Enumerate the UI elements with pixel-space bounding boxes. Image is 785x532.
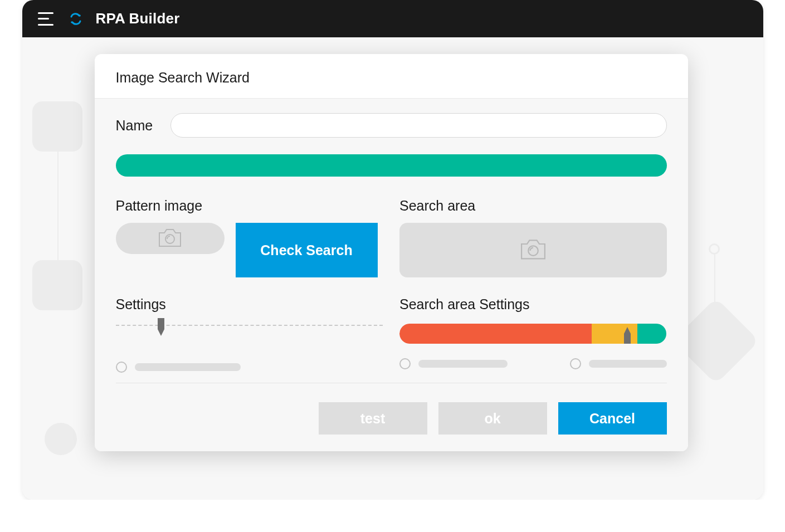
workflow-connector <box>57 152 58 260</box>
svg-point-0 <box>79 14 81 17</box>
settings-option <box>116 362 241 373</box>
workflow-node <box>32 101 82 152</box>
app-logo-icon <box>68 11 84 27</box>
name-label: Name <box>116 118 153 134</box>
dialog-title: Image Search Wizard <box>116 70 667 86</box>
search-area-settings-label: Search area Settings <box>399 296 667 313</box>
image-search-wizard-dialog: Image Search Wizard Name Pattern image <box>95 54 688 451</box>
app-title: RPA Builder <box>96 10 180 27</box>
settings-slider-track[interactable] <box>116 325 383 347</box>
camera-icon <box>157 227 183 250</box>
search-area-settings-section: Search area Settings <box>399 296 667 373</box>
divider <box>116 383 667 383</box>
app-window: RPA Builder Image Search Wizard Name P <box>22 0 763 500</box>
workflow-connector-dot <box>709 243 720 255</box>
radio-button[interactable] <box>570 358 581 369</box>
option-placeholder <box>589 360 667 368</box>
menu-icon[interactable] <box>38 12 56 26</box>
radio-button[interactable] <box>399 358 411 369</box>
capture-pattern-button[interactable] <box>116 223 225 254</box>
camera-icon <box>519 238 548 262</box>
dialog-body: Name Pattern image <box>95 99 688 391</box>
dialog-footer: test ok Cancel <box>95 391 688 451</box>
name-row: Name <box>116 113 667 138</box>
tolerance-slider-handle[interactable] <box>621 326 633 344</box>
cancel-button[interactable]: Cancel <box>558 402 667 435</box>
pattern-image-label: Pattern image <box>116 198 383 214</box>
cancel-button-label: Cancel <box>589 411 635 427</box>
option-placeholder <box>418 360 508 368</box>
ok-button-label: ok <box>484 411 500 427</box>
slider-segment-high <box>637 324 667 344</box>
ok-button[interactable]: ok <box>438 402 547 435</box>
progress-bar <box>116 154 667 177</box>
slider-segment-low <box>399 324 592 344</box>
check-search-button[interactable]: Check Search <box>236 223 378 277</box>
option-placeholder <box>135 363 241 371</box>
tolerance-slider[interactable] <box>399 324 667 344</box>
settings-section: Settings <box>116 296 383 373</box>
workflow-node <box>32 260 82 310</box>
test-button-label: test <box>360 411 385 427</box>
search-area-option <box>399 358 508 369</box>
settings-label: Settings <box>116 296 383 313</box>
settings-slider-handle[interactable] <box>155 318 167 338</box>
workflow-end-node <box>45 423 77 455</box>
radio-button[interactable] <box>116 362 127 373</box>
capture-search-area-button[interactable] <box>399 223 667 277</box>
pattern-image-section: Pattern image Check Search <box>116 198 383 277</box>
search-area-label: Search area <box>399 198 667 214</box>
titlebar: RPA Builder <box>22 0 763 37</box>
workflow-canvas: Image Search Wizard Name Pattern image <box>22 37 763 500</box>
name-input[interactable] <box>170 113 666 138</box>
svg-point-1 <box>71 21 73 23</box>
test-button[interactable]: test <box>319 402 427 435</box>
dialog-header: Image Search Wizard <box>95 54 688 99</box>
search-area-option <box>570 358 667 369</box>
check-search-label: Check Search <box>260 242 352 258</box>
search-area-section: Search area <box>399 198 667 277</box>
